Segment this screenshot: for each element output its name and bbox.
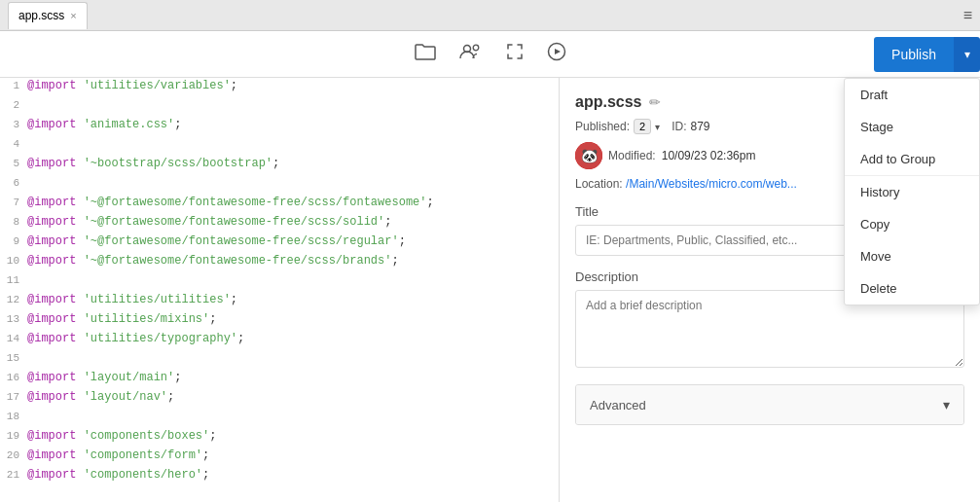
line-number: 16 bbox=[0, 370, 27, 383]
users-icon[interactable] bbox=[455, 39, 487, 69]
line-number: 21 bbox=[0, 467, 27, 481]
line-content bbox=[27, 272, 559, 274]
location-path[interactable]: /Main/Websites/micro.com/web... bbox=[626, 177, 797, 191]
advanced-label: Advanced bbox=[590, 398, 646, 412]
id-value: 879 bbox=[691, 120, 710, 133]
line-content bbox=[27, 136, 559, 138]
dropdown-item-copy[interactable]: Copy bbox=[845, 208, 979, 240]
line-content: @import '~@fortawesome/fontawesome-free/… bbox=[27, 253, 559, 269]
line-number: 9 bbox=[0, 233, 27, 247]
code-line: 3@import 'animate.css'; bbox=[0, 117, 559, 136]
folder-icon[interactable] bbox=[411, 39, 440, 69]
advanced-section: Advanced ▾ bbox=[575, 384, 964, 425]
advanced-chevron: ▾ bbox=[943, 397, 950, 412]
code-line: 7@import '~@fortawesome/fontawesome-free… bbox=[0, 195, 559, 214]
dropdown-item-draft[interactable]: Draft bbox=[845, 79, 979, 111]
line-number: 4 bbox=[0, 136, 27, 150]
svg-text:🐼: 🐼 bbox=[581, 148, 599, 164]
line-content: @import 'layout/nav'; bbox=[27, 389, 559, 405]
hamburger-icon[interactable]: ≡ bbox=[963, 7, 972, 23]
advanced-header[interactable]: Advanced ▾ bbox=[576, 385, 963, 424]
line-number: 5 bbox=[0, 156, 27, 169]
publish-button-group: Publish ▾ bbox=[874, 37, 980, 72]
line-content bbox=[27, 350, 559, 352]
location-label: Location: bbox=[575, 177, 623, 191]
modified-label: Modified: bbox=[608, 149, 656, 162]
line-number: 1 bbox=[0, 78, 27, 91]
tab-close-button[interactable]: × bbox=[70, 10, 76, 21]
line-number: 13 bbox=[0, 311, 27, 325]
editor-panel[interactable]: 1@import 'utilities/variables';23@import… bbox=[0, 78, 560, 502]
code-line: 6 bbox=[0, 175, 559, 195]
line-content: @import 'animate.css'; bbox=[27, 117, 559, 132]
publish-dropdown-menu: Draft Stage Add to Group History Copy Mo… bbox=[844, 78, 980, 305]
line-content: @import 'layout/main'; bbox=[27, 370, 559, 385]
line-number: 7 bbox=[0, 195, 27, 208]
tab-bar-right: ≡ bbox=[963, 7, 972, 24]
line-number: 6 bbox=[0, 175, 27, 189]
modified-value: 10/09/23 02:36pm bbox=[662, 149, 756, 162]
toolbar-right: Publish ▾ Draft Stage Add to Group Histo… bbox=[874, 31, 980, 78]
edit-icon[interactable]: ✏ bbox=[649, 94, 661, 110]
line-content: @import 'components/hero'; bbox=[27, 467, 559, 483]
expand-icon[interactable] bbox=[502, 39, 527, 69]
code-line: 9@import '~@fortawesome/fontawesome-free… bbox=[0, 233, 559, 253]
line-content: @import 'utilities/mixins'; bbox=[27, 311, 559, 327]
line-number: 3 bbox=[0, 117, 27, 130]
dropdown-item-move[interactable]: Move bbox=[845, 240, 979, 272]
code-line: 15 bbox=[0, 350, 559, 370]
tab-bar: app.scss × ≡ bbox=[0, 0, 980, 31]
avatar: 🐼 bbox=[575, 142, 602, 169]
dropdown-item-add-to-group[interactable]: Add to Group bbox=[845, 143, 979, 175]
dropdown-item-delete[interactable]: Delete bbox=[845, 272, 979, 305]
code-line: 11 bbox=[0, 272, 559, 292]
dropdown-item-history[interactable]: History bbox=[845, 176, 979, 208]
published-chevron[interactable]: ▾ bbox=[655, 122, 660, 132]
line-number: 20 bbox=[0, 448, 27, 461]
code-line: 19@import 'components/boxes'; bbox=[0, 428, 559, 448]
code-line: 10@import '~@fortawesome/fontawesome-fre… bbox=[0, 253, 559, 272]
line-number: 18 bbox=[0, 409, 27, 422]
publish-chevron-button[interactable]: ▾ bbox=[954, 37, 980, 72]
line-content: @import '~@fortawesome/fontawesome-free/… bbox=[27, 214, 559, 230]
code-line: 5@import '~bootstrap/scss/bootstrap'; bbox=[0, 156, 559, 175]
code-line: 8@import '~@fortawesome/fontawesome-free… bbox=[0, 214, 559, 233]
publish-button[interactable]: Publish bbox=[874, 37, 954, 72]
code-line: 16@import 'layout/main'; bbox=[0, 370, 559, 389]
published-count[interactable]: 2 bbox=[634, 119, 651, 134]
line-content: @import 'components/boxes'; bbox=[27, 428, 559, 444]
line-number: 14 bbox=[0, 331, 27, 344]
code-line: 2 bbox=[0, 97, 559, 117]
tab-label: app.scss bbox=[18, 9, 64, 22]
line-content bbox=[27, 175, 559, 177]
code-line: 13@import 'utilities/mixins'; bbox=[0, 311, 559, 331]
line-number: 15 bbox=[0, 350, 27, 364]
svg-point-1 bbox=[473, 45, 479, 51]
id-label: ID: bbox=[671, 120, 686, 133]
code-line: 4 bbox=[0, 136, 559, 156]
play-circle-icon[interactable] bbox=[543, 38, 570, 70]
line-number: 2 bbox=[0, 97, 27, 111]
code-line: 12@import 'utilities/utilities'; bbox=[0, 292, 559, 311]
line-number: 19 bbox=[0, 428, 27, 442]
line-content: @import 'utilities/typography'; bbox=[27, 331, 559, 346]
code-line: 14@import 'utilities/typography'; bbox=[0, 331, 559, 350]
line-content: @import 'utilities/utilities'; bbox=[27, 292, 559, 307]
code-line: 1@import 'utilities/variables'; bbox=[0, 78, 559, 97]
toolbar: Publish ▾ Draft Stage Add to Group Histo… bbox=[0, 31, 980, 78]
line-number: 10 bbox=[0, 253, 27, 267]
file-tab[interactable]: app.scss × bbox=[8, 2, 88, 29]
line-number: 12 bbox=[0, 292, 27, 305]
line-content: @import '~bootstrap/scss/bootstrap'; bbox=[27, 156, 559, 171]
file-name-label: app.scss bbox=[575, 93, 641, 111]
published-label: Published: bbox=[575, 120, 630, 133]
line-content: @import 'components/form'; bbox=[27, 448, 559, 463]
line-content bbox=[27, 97, 559, 99]
code-line: 20@import 'components/form'; bbox=[0, 448, 559, 467]
code-line: 17@import 'layout/nav'; bbox=[0, 389, 559, 409]
line-content bbox=[27, 409, 559, 411]
line-content: @import '~@fortawesome/fontawesome-free/… bbox=[27, 195, 559, 210]
code-line: 21@import 'components/hero'; bbox=[0, 467, 559, 486]
line-number: 11 bbox=[0, 272, 27, 286]
dropdown-item-stage[interactable]: Stage bbox=[845, 111, 979, 143]
